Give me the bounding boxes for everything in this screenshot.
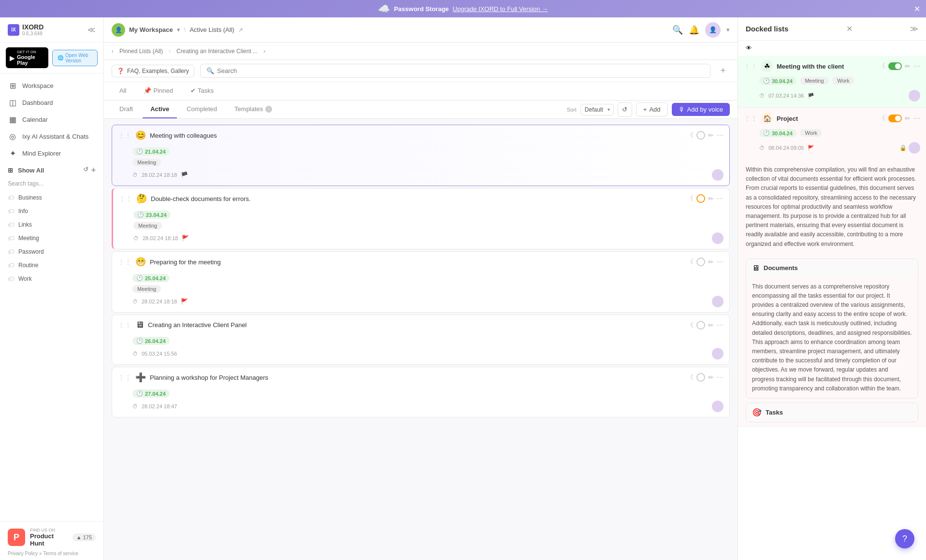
terms-of-service-link[interactable]: Terms of service [43, 551, 78, 556]
tab-templates[interactable]: Templates i [227, 101, 280, 118]
tab-pinned[interactable]: 📌 Pinned [136, 82, 180, 100]
task-status-circle[interactable] [696, 194, 705, 203]
banner-close-button[interactable]: ✕ [914, 4, 920, 14]
user-menu-arrow[interactable]: ▾ [726, 26, 730, 33]
add-button[interactable]: + Add [636, 102, 668, 116]
card-toggle[interactable] [888, 62, 902, 70]
drag-handle[interactable]: ⋮⋮ [118, 373, 131, 381]
card-toggle[interactable] [888, 115, 902, 122]
more-card-button[interactable]: ⋯ [913, 115, 920, 122]
more-button[interactable]: ⋯ [717, 131, 723, 139]
drag-handle[interactable]: ⋮⋮ [119, 195, 132, 202]
sidebar-tag-links[interactable]: 🏷 Links [0, 218, 103, 231]
search-icon-button[interactable]: 🔍 [672, 25, 683, 35]
drag-handle[interactable]: ⋮⋮ [118, 131, 131, 139]
sidebar-tag-business[interactable]: 🏷 Business [0, 191, 103, 204]
sub-item-header[interactable]: 🎯 Tasks [746, 403, 918, 422]
edit-button[interactable]: ✏ [708, 131, 714, 139]
more-button[interactable]: ⋯ [717, 321, 723, 329]
sidebar-tag-routine[interactable]: 🏷 Routine [0, 258, 103, 272]
search-tags-label[interactable]: Search tags... [0, 178, 103, 191]
open-list-icon[interactable]: ↗ [238, 27, 243, 33]
add-list-button[interactable]: + [716, 64, 730, 78]
sort-select[interactable]: Default Date Name Priority [580, 104, 614, 115]
edit-button[interactable]: ✏ [708, 258, 714, 266]
tab-tasks[interactable]: ✔ Tasks [183, 82, 221, 100]
nav-back-button[interactable]: ‹ [112, 48, 114, 55]
task-tag[interactable]: Meeting [132, 285, 161, 293]
edit-button[interactable]: ✏ [708, 195, 714, 202]
add-show-all-button[interactable]: + [91, 166, 96, 174]
more-button[interactable]: ⋯ [717, 195, 723, 202]
tab-draft[interactable]: Draft [112, 101, 141, 118]
drag-handle[interactable]: ⋮⋮ [118, 321, 131, 329]
sidebar-tag-password[interactable]: 🏷 Password [0, 245, 103, 258]
drag-handle[interactable]: ⋮⋮ [118, 258, 131, 266]
collapse-button[interactable]: 《 [687, 131, 694, 140]
sidebar-tag-info[interactable]: 🏷 Info [0, 204, 103, 218]
workspace-breadcrumb[interactable]: 👤 My Workspace ▾ [112, 23, 180, 37]
docked-eye-icon[interactable]: 👁 [738, 41, 926, 56]
banner-subtitle[interactable]: Upgrade IXORD to Full Version → [453, 5, 548, 13]
sidebar-item-calendar[interactable]: ▦ Calendar [0, 111, 103, 128]
task-card-header[interactable]: ⋮⋮ 😊 Meeting with colleagues 《 ✏ ⋯ [112, 125, 729, 145]
card-tag[interactable]: Work [832, 77, 854, 85]
task-card-header[interactable]: ⋮⋮ 🖥 Creating an Interactive Client Pane… [112, 315, 729, 335]
sidebar-item-workspace[interactable]: ⊞ Workspace [0, 77, 103, 94]
user-avatar[interactable]: 👤 [705, 22, 721, 38]
task-status-circle[interactable] [696, 131, 705, 140]
drag-handle[interactable]: ⋮⋮ [744, 115, 757, 122]
sidebar-tag-meeting[interactable]: 🏷 Meeting [0, 231, 103, 245]
edit-button[interactable]: ✏ [708, 321, 714, 329]
refresh-button[interactable]: ↺ [618, 102, 632, 117]
collapse-button[interactable]: 《 [687, 321, 694, 330]
task-card-header[interactable]: ⋮⋮ ➕ Planning a workshop for Project Man… [112, 367, 729, 388]
tab-all[interactable]: All [112, 82, 134, 100]
collapse-card-button[interactable]: 《 [879, 62, 885, 71]
help-fab-button[interactable]: ? [895, 529, 914, 548]
sidebar-item-show-all[interactable]: ⊞ Show All ↺ + [0, 162, 103, 178]
tab-active[interactable]: Active [143, 101, 177, 118]
sidebar-item-dashboard[interactable]: ◫ Dashboard [0, 94, 103, 111]
collapse-button[interactable]: 《 [687, 194, 694, 203]
add-by-voice-button[interactable]: 🎙 🎙 Add by voice Add by voice [672, 103, 730, 116]
collapse-button[interactable]: 《 [687, 373, 694, 382]
sidebar-tag-work[interactable]: 🏷 Work [0, 272, 103, 286]
google-play-button[interactable]: ▶ GET IT ON Google Play [6, 47, 48, 68]
sidebar-collapse-button[interactable]: ≪ [87, 25, 96, 34]
task-card-header[interactable]: ⋮⋮ 😁 Preparing for the meeting 《 ✏ ⋯ [112, 252, 729, 272]
open-web-button[interactable]: 🌐 Open Web Version [52, 50, 98, 66]
collapse-button[interactable]: 《 [687, 258, 694, 266]
edit-button[interactable]: ✏ [708, 373, 714, 381]
breadcrumb-pinned-lists[interactable]: Pinned Lists (All) [119, 48, 163, 55]
tab-completed[interactable]: Completed [179, 101, 225, 118]
sub-item-header[interactable]: 🖥 Documents [746, 259, 918, 277]
docked-close-button[interactable]: ✕ [846, 24, 853, 33]
task-status-circle[interactable] [696, 258, 705, 266]
sidebar-item-ai-chats[interactable]: ◎ Ixy AI Assistant & Chats [0, 128, 103, 145]
docked-card-header[interactable]: ⋮⋮ ☘ Meeting with the client 《 ✏ ⋯ [738, 56, 926, 77]
more-button[interactable]: ⋯ [717, 258, 723, 266]
card-tag[interactable]: Meeting [800, 77, 828, 85]
breadcrumb-creating-client[interactable]: Creating an Interactive Client ... [176, 48, 258, 55]
collapse-card-button[interactable]: 《 [879, 114, 885, 123]
refresh-show-all-button[interactable]: ↺ [83, 166, 88, 174]
more-card-button[interactable]: ⋯ [913, 62, 920, 70]
faq-button[interactable]: ❓ FAQ, Examples, Gallery [112, 65, 194, 77]
product-hunt-widget[interactable]: P FIND US ON Product Hunt ▲ 175 [8, 528, 96, 547]
task-tag[interactable]: Meeting [133, 222, 162, 230]
docked-card-header[interactable]: ⋮⋮ 🏠 Project 《 ✏ ⋯ [738, 108, 926, 129]
docked-expand-button[interactable]: ≫ [910, 24, 918, 33]
card-tag[interactable]: Work [800, 129, 822, 137]
more-button[interactable]: ⋯ [717, 373, 723, 381]
search-input[interactable] [217, 67, 704, 74]
task-tag[interactable]: Meeting [132, 158, 161, 166]
task-status-circle[interactable] [696, 373, 705, 382]
privacy-policy-link[interactable]: Privacy Policy [8, 551, 38, 556]
task-status-circle[interactable] [696, 321, 705, 330]
task-card-header[interactable]: ⋮⋮ 🤔 Double-check documents for errors. … [113, 188, 729, 209]
notifications-icon-button[interactable]: 🔔 [689, 25, 699, 35]
drag-handle[interactable]: ⋮⋮ [744, 62, 757, 70]
edit-card-button[interactable]: ✏ [905, 62, 911, 70]
sidebar-item-mind-explorer[interactable]: ✦ Mind Explorer [0, 145, 103, 162]
